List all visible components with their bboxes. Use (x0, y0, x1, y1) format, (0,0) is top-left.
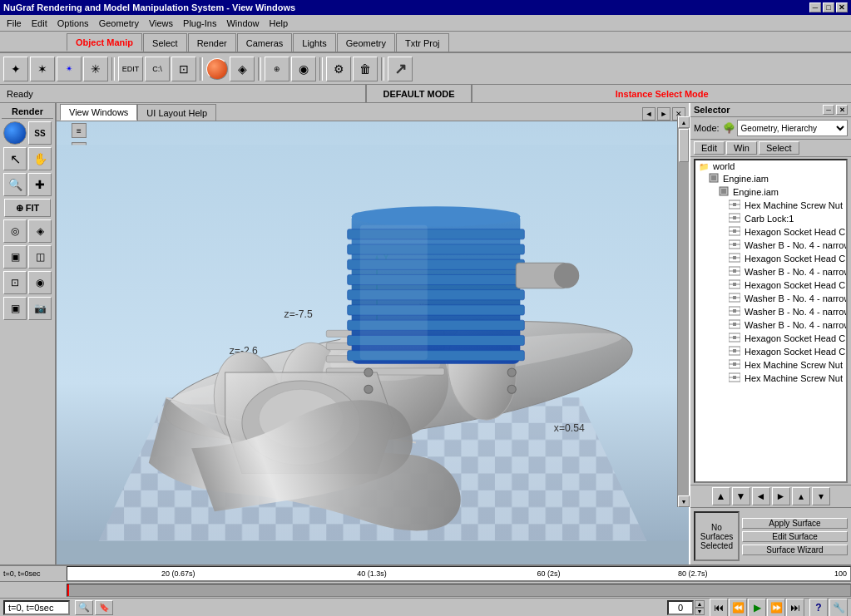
search-btn[interactable]: 🔍 (75, 600, 93, 615)
scroll-thumb[interactable] (679, 129, 689, 162)
tree-item-6[interactable]: Washer B - No. 4 - narrow (695, 239, 846, 252)
toolbar-btn-view[interactable]: ⊡ (171, 57, 196, 81)
transport-start-btn[interactable]: ⏮ (710, 599, 728, 617)
tree-item-5[interactable]: Hexagon Socket Head C (695, 225, 846, 239)
edit-surface-btn[interactable]: Edit Surface (742, 531, 848, 542)
nav-down2-btn[interactable]: ▾ (812, 487, 830, 505)
nav-right-btn[interactable]: ► (772, 487, 790, 505)
tree-view[interactable]: 📁worldEngine.iamEngine.iamHex Machine Sc… (694, 159, 848, 483)
pan-hand-btn[interactable]: ✋ (28, 147, 52, 170)
transport-end-btn[interactable]: ⏭ (786, 599, 804, 617)
tree-item-11[interactable]: Washer B - No. 4 - narrow (695, 305, 846, 318)
ss-btn[interactable]: SS (28, 121, 52, 145)
crosshair-btn[interactable]: ✚ (28, 173, 52, 196)
menu-item-file[interactable]: File (2, 17, 27, 29)
tab-lights[interactable]: Lights (293, 33, 335, 52)
render-sphere-btn[interactable] (3, 121, 27, 145)
screenshot-btn[interactable]: 📷 (28, 297, 52, 320)
bookmark-btn[interactable]: 🔖 (95, 600, 113, 615)
time-spin-up[interactable]: ▲ (695, 600, 705, 608)
tab-geometry[interactable]: Geometry (337, 33, 395, 52)
nav-up2-btn[interactable]: ▴ (792, 487, 810, 505)
toolbar-btn-trash[interactable]: 🗑 (353, 57, 378, 81)
time-spin-down[interactable]: ▼ (695, 608, 705, 615)
render2-btn[interactable]: ◉ (28, 271, 52, 294)
toolbar-btn-edit[interactable]: EDIT (118, 57, 143, 81)
toolbar-btn-sphere[interactable] (206, 58, 228, 80)
tree-item-3[interactable]: Hex Machine Screw Nut (695, 199, 846, 212)
tree-item-16[interactable]: Hex Machine Screw Nut (695, 372, 846, 385)
menu-item-window[interactable]: Window (221, 17, 264, 29)
toolbar-btn-transform[interactable]: ✳ (83, 57, 108, 81)
tree-item-13[interactable]: Hexagon Socket Head C (695, 332, 846, 345)
tab-render[interactable]: Render (188, 33, 236, 52)
grid-btn[interactable]: ⊡ (3, 271, 27, 294)
toolbar-btn-star3[interactable]: ✴ (57, 57, 82, 81)
vp-nav-next[interactable]: ► (657, 107, 670, 121)
tab-view-windows[interactable]: View Windows (60, 104, 137, 121)
multi-view-btn[interactable]: ▣ (3, 245, 27, 269)
selector-minimize-btn[interactable]: ─ (823, 105, 834, 115)
tab-ui-layout[interactable]: UI Layout Help (137, 104, 216, 121)
toolbar-btn-path[interactable]: C:\ (145, 57, 170, 81)
selector-close-btn[interactable]: ✕ (836, 105, 848, 115)
tree-item-2[interactable]: Engine.iam (695, 185, 846, 199)
tree-item-7[interactable]: Hexagon Socket Head C (695, 252, 846, 265)
menu-item-options[interactable]: Options (52, 17, 94, 29)
viewport[interactable]: Camera 'default' ≡ ≡ (57, 121, 689, 564)
time-input[interactable] (667, 600, 694, 615)
layer-btn[interactable]: ◈ (28, 219, 52, 243)
tree-item-8[interactable]: Washer B - No. 4 - narrow (695, 265, 846, 278)
transport-play-btn[interactable]: ▶ (748, 599, 766, 617)
nav-left-btn[interactable]: ◄ (752, 487, 770, 505)
menu-item-plug-ins[interactable]: Plug-Ins (178, 17, 221, 29)
apply-surface-btn[interactable]: Apply Surface (742, 518, 848, 529)
toolbar-btn-gear[interactable]: ⚙ (326, 57, 351, 81)
menu-item-edit[interactable]: Edit (27, 17, 52, 29)
menu-item-geometry[interactable]: Geometry (94, 17, 144, 29)
menu-item-help[interactable]: Help (265, 17, 294, 29)
tree-item-12[interactable]: Washer B - No. 4 - narrow (695, 318, 846, 332)
toolbar-btn-arrow[interactable]: ↗ (388, 57, 413, 81)
toolbar-btn-select1[interactable]: ⊕ (265, 57, 289, 81)
sphere-view-btn[interactable]: ◎ (3, 219, 27, 243)
toolbar-btn-star2[interactable]: ✶ (30, 57, 55, 81)
tab-cameras[interactable]: Cameras (237, 33, 293, 52)
tree-item-0[interactable]: 📁world (695, 160, 846, 172)
toolbar-btn-cube[interactable]: ◈ (230, 57, 255, 81)
tree-item-4[interactable]: Carb Lock:1 (695, 212, 846, 225)
scroll-down-btn[interactable]: ▼ (678, 495, 690, 507)
tab-object-manip[interactable]: Object Manip (67, 33, 142, 52)
toolbar-btn-select2[interactable]: ◉ (291, 57, 316, 81)
tab-select[interactable]: Select (143, 33, 187, 52)
selector-edit-btn[interactable]: Edit (694, 141, 725, 155)
selector-win-btn[interactable]: Win (726, 141, 757, 155)
surface-wizard-btn[interactable]: Surface Wizard (742, 545, 848, 555)
tree-item-1[interactable]: Engine.iam (695, 172, 846, 185)
select-arrow-btn[interactable]: ↖ (3, 147, 27, 170)
vp-nav-prev[interactable]: ◄ (642, 107, 656, 121)
tree-item-9[interactable]: Hexagon Socket Head C (695, 278, 846, 292)
settings-btn[interactable]: 🔧 (829, 599, 848, 617)
zoom-btn[interactable]: 🔍 (3, 173, 27, 196)
menu-item-views[interactable]: Views (144, 17, 178, 29)
transport-back-btn[interactable]: ⏪ (729, 599, 747, 617)
maximize-button[interactable]: □ (823, 2, 834, 12)
mode-dropdown[interactable]: Geometry, Hierarchy (737, 120, 848, 136)
timeline-bar[interactable] (67, 584, 851, 597)
tree-item-10[interactable]: Washer B - No. 4 - narrow (695, 292, 846, 305)
transport-fwd-btn[interactable]: ⏩ (767, 599, 785, 617)
timeline-track[interactable]: 20 (0.67s) 40 (1.3s) 60 (2s) 80 (2.7s) 1… (67, 566, 851, 581)
tab-txtr-proj[interactable]: Txtr Proj (396, 33, 449, 52)
scroll-up-btn[interactable]: ▲ (678, 116, 690, 128)
nav-up-btn[interactable]: ▲ (712, 487, 730, 505)
four-view-btn[interactable]: ◫ (28, 245, 52, 269)
selector-select-btn[interactable]: Select (759, 141, 799, 155)
minimize-button[interactable]: ─ (809, 2, 821, 12)
close-button[interactable]: ✕ (836, 2, 848, 12)
box-btn[interactable]: ▣ (3, 297, 27, 320)
tree-item-15[interactable]: Hex Machine Screw Nut (695, 358, 846, 372)
toolbar-btn-star1[interactable]: ✦ (3, 57, 28, 81)
nav-down-btn[interactable]: ▼ (732, 487, 750, 505)
help-btn[interactable]: ? (809, 599, 828, 617)
